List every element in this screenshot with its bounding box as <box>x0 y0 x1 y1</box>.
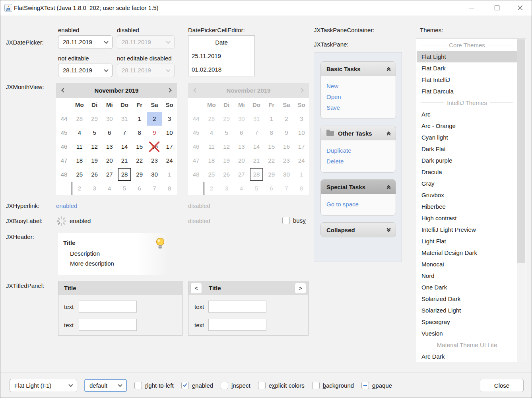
busy-checkbox[interactable]: busy <box>282 217 306 224</box>
calendar-day[interactable]: 12 <box>87 140 102 153</box>
themes-scrollbar[interactable] <box>517 39 525 362</box>
text-input[interactable] <box>208 301 266 313</box>
calendar-day[interactable]: 6 <box>102 126 117 140</box>
checkbox-box[interactable] <box>134 382 142 389</box>
theme-item[interactable]: Cyan light <box>417 132 517 143</box>
calendar-day[interactable]: 2 <box>147 112 162 126</box>
calendar-day[interactable]: 20 <box>102 153 117 167</box>
checkbox-box[interactable] <box>221 382 228 389</box>
theme-item[interactable]: Solarized Dark <box>417 293 517 305</box>
calendar-day[interactable]: 3 <box>162 112 177 126</box>
checkbox-opaque[interactable]: opaque <box>361 382 392 389</box>
theme-item[interactable]: Vuesion <box>417 328 517 339</box>
taskpane-header[interactable]: Other Tasks <box>321 126 396 140</box>
theme-item[interactable]: Flat Dark <box>417 62 517 74</box>
datepicker-dropdown-button[interactable] <box>100 36 112 49</box>
calendar-day[interactable]: 11 <box>72 140 87 153</box>
calendar-day[interactable]: 1 <box>132 112 147 126</box>
calendar-day[interactable]: 24 <box>162 153 177 167</box>
text-input[interactable] <box>208 319 266 331</box>
taskpane-link[interactable]: Save <box>326 102 396 113</box>
checkbox-box[interactable] <box>181 382 189 389</box>
theme-item[interactable]: Arc Dark Contrast <box>417 362 517 363</box>
calendar-day[interactable]: 16 <box>147 140 162 153</box>
calendar-day[interactable]: 3 <box>87 181 102 195</box>
taskpane-link[interactable]: Delete <box>326 156 396 167</box>
calendar-day[interactable]: 22 <box>132 153 147 167</box>
taskpane-header[interactable]: Basic Tasks <box>321 62 396 76</box>
checkbox-box[interactable] <box>258 382 266 389</box>
calendar-day[interactable]: 2 <box>72 181 87 195</box>
checkbox-inspect[interactable]: inspect <box>221 382 250 389</box>
calendar-day[interactable]: 9 <box>147 126 162 140</box>
theme-item[interactable]: High contrast <box>417 212 517 224</box>
calendar-day[interactable]: 13 <box>102 140 117 153</box>
checkbox-background[interactable]: background <box>312 382 354 389</box>
scrollbar-thumb[interactable] <box>517 39 525 263</box>
theme-item[interactable]: IntelliJ Light Preview <box>417 224 517 235</box>
theme-item[interactable]: Arc <box>417 109 517 120</box>
calendar-day[interactable]: 30 <box>102 112 117 126</box>
theme-item[interactable]: Flat Darcula <box>417 85 517 97</box>
next-month-icon[interactable] <box>167 88 171 92</box>
text-input[interactable] <box>79 319 137 331</box>
checkbox-box[interactable] <box>361 382 369 389</box>
table-row[interactable]: 01.02.2018 <box>188 63 254 76</box>
calendar-day[interactable]: 4 <box>102 181 117 195</box>
theme-item[interactable]: Light Flat <box>417 235 517 247</box>
calendar-day[interactable]: 29 <box>132 167 147 181</box>
maximize-button[interactable] <box>488 0 506 16</box>
calendar-day[interactable]: 18 <box>72 153 87 167</box>
theme-item[interactable]: Dracula <box>417 166 517 178</box>
calendar-day[interactable]: 21 <box>117 153 132 167</box>
calendar-day[interactable]: 26 <box>87 167 102 181</box>
theme-item[interactable]: Arc - Orange <box>417 120 517 132</box>
taskpane-link[interactable]: Go to space <box>326 199 396 210</box>
calendar-day[interactable]: 17 <box>162 140 177 153</box>
datepicker-not-editable[interactable]: 28.11.2019 <box>58 64 113 77</box>
datepicker-value[interactable]: 28.11.2019 <box>58 36 100 49</box>
theme-item[interactable]: Dark purple <box>417 155 517 166</box>
calendar-day[interactable]: 7 <box>147 181 162 195</box>
checkbox-enabled[interactable]: enabled <box>181 382 213 389</box>
calendar-day[interactable]: 8 <box>132 126 147 140</box>
calendar-day[interactable]: 25 <box>72 167 87 181</box>
theme-item[interactable]: Flat Light <box>417 51 517 62</box>
text-input[interactable] <box>79 301 137 313</box>
calendar-day[interactable]: 14 <box>117 140 132 153</box>
theme-item[interactable]: Hiberbee <box>417 201 517 212</box>
theme-item[interactable]: Monocai <box>417 258 517 270</box>
datepicker-enabled[interactable]: 28.11.2019 <box>58 35 113 49</box>
next-button[interactable]: > <box>295 283 306 294</box>
theme-item[interactable]: Gruvbox <box>417 189 517 201</box>
theme-item[interactable]: Dark Flat <box>417 143 517 155</box>
table-row[interactable]: 25.11.2019 <box>188 49 254 63</box>
prev-button[interactable]: < <box>190 283 202 294</box>
calendar-day[interactable]: 8 <box>162 181 177 195</box>
theme-item[interactable]: Arc Dark <box>417 351 517 362</box>
theme-item[interactable]: Gray <box>417 178 517 189</box>
close-window-button[interactable] <box>511 0 529 16</box>
checkbox-right-to-left[interactable]: right-to-left <box>134 382 174 389</box>
theme-item[interactable]: Spacegray <box>417 316 517 328</box>
theme-item[interactable]: One Dark <box>417 282 517 293</box>
taskpane-header[interactable]: Special Tasks <box>321 180 396 194</box>
taskpane-link[interactable]: Duplicate <box>326 145 396 156</box>
calendar-day[interactable]: 23 <box>147 153 162 167</box>
taskpane-header[interactable]: Collapsed <box>321 223 396 237</box>
calendar-day[interactable]: 19 <box>87 153 102 167</box>
calendar-day[interactable]: 15 <box>132 140 147 153</box>
calendar-day[interactable]: 27 <box>102 167 117 181</box>
calendar-day[interactable]: 10 <box>162 126 177 140</box>
theme-item[interactable]: Nord <box>417 270 517 282</box>
checkbox-box[interactable] <box>282 217 290 224</box>
calendar-day[interactable]: 28 <box>72 112 87 126</box>
datepicker-dropdown-button[interactable] <box>100 64 112 77</box>
calendar-day[interactable]: 1 <box>162 167 177 181</box>
theme-item[interactable]: Flat IntelliJ <box>417 74 517 85</box>
theme-item[interactable]: Material Design Dark <box>417 247 517 258</box>
calendar-day[interactable]: 31 <box>117 112 132 126</box>
calendar-day[interactable]: 5 <box>117 181 132 195</box>
calendar-day[interactable]: 7 <box>117 126 132 140</box>
checkbox-explicit-colors[interactable]: explicit colors <box>258 382 305 389</box>
